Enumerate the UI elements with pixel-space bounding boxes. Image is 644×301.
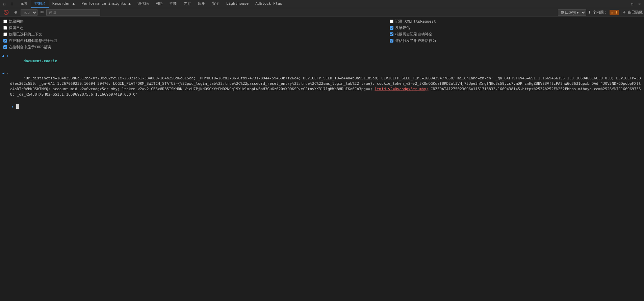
console-cookie-value[interactable]: 'UM_distinctid=184b25Bd6c512ba-0f20ec82f… xyxy=(10,70,644,103)
cookie-label: document.cookie xyxy=(24,59,57,63)
autocomplete-checkbox[interactable] xyxy=(390,32,393,36)
top-nav-bar: ⬚ ☰ 元素 控制台 Recorder ▲ Performance insigh… xyxy=(0,0,644,8)
prompt-icon: › xyxy=(10,104,15,109)
user-activation-checkbox[interactable] xyxy=(390,39,393,43)
eager-eval-checkbox[interactable] xyxy=(390,26,393,30)
console-input-line: ◀ › document.cookie xyxy=(0,53,644,70)
autocomplete-checkbox-row[interactable]: 根据历史记录自动补全 xyxy=(390,32,641,37)
settings-left-column: 隐藏网络 保留日志 仅限已选择的上下文 在控制台对相似消息进行分组 在控制台中显… xyxy=(3,19,255,50)
issues-label: 1 个问题： xyxy=(588,10,608,15)
settings-panel: 隐藏网络 保留日志 仅限已选择的上下文 在控制台对相似消息进行分组 在控制台中显… xyxy=(0,17,644,52)
console-input-icon: › xyxy=(5,53,10,59)
nav-right-icons: ⬚ ⚙ xyxy=(629,1,643,7)
console-cursor-line[interactable]: › xyxy=(0,103,644,109)
output-arrow[interactable]: ◀ xyxy=(0,70,5,76)
tab-lighthouse[interactable]: Lighthouse xyxy=(223,0,252,8)
text-cursor xyxy=(16,104,19,109)
context-selector[interactable]: top xyxy=(21,9,37,16)
preserve-log-checkbox-row[interactable]: 保留日志 xyxy=(3,25,255,30)
console-toolbar: 🚫 ⊕ top 👁 默认级别 ▾ 1 个问题： ⚠ 1 4 条已隐藏 xyxy=(0,8,644,17)
inspect-icon[interactable]: ⬚ xyxy=(1,1,7,7)
filter-input[interactable] xyxy=(46,9,100,16)
tab-sources[interactable]: 源代码 xyxy=(134,0,152,8)
settings-gear-icon[interactable]: ⚙ xyxy=(637,1,643,7)
group-similar-checkbox-row[interactable]: 在控制台对相似消息进行分组 xyxy=(3,38,255,43)
tab-adblock[interactable]: Adblock Plus xyxy=(252,0,285,8)
panel-layout-icon[interactable]: ⬚ xyxy=(629,1,635,7)
device-icon[interactable]: ☰ xyxy=(9,1,15,7)
selected-context-checkbox[interactable] xyxy=(3,32,7,36)
user-activation-checkbox-row[interactable]: 评估触发了用户激活行为 xyxy=(390,38,641,43)
filter-toggle-button[interactable]: ⊕ xyxy=(12,9,19,16)
tab-performance[interactable]: 性能 xyxy=(166,0,180,8)
console-output-line: ◀ ‹ 'UM_distinctid=184b25Bd6c512ba-0f20e… xyxy=(0,70,644,103)
cors-errors-checkbox-row[interactable]: 在控制台中显示CORS错误 xyxy=(3,45,255,50)
eager-eval-checkbox-row[interactable]: 及早评估 xyxy=(390,25,641,30)
console-output-area: ◀ › document.cookie ◀ ‹ 'UM_distinctid=1… xyxy=(0,52,644,301)
settings-right-column: 记录 XMLHttpRequest 及早评估 根据历史记录自动补全 评估触发了用… xyxy=(255,19,641,50)
log-xhr-checkbox-row[interactable]: 记录 XMLHttpRequest xyxy=(390,19,641,24)
console-input-content: document.cookie xyxy=(10,53,644,69)
tab-recorder[interactable]: Recorder ▲ xyxy=(49,0,78,8)
hide-network-checkbox[interactable] xyxy=(3,20,7,23)
preserve-log-checkbox[interactable] xyxy=(3,26,7,30)
hidden-count: 4 条已隐藏 xyxy=(623,10,643,15)
log-xhr-checkbox[interactable] xyxy=(390,20,393,23)
expand-arrow[interactable]: ◀ xyxy=(0,53,5,59)
clear-console-button[interactable]: 🚫 xyxy=(1,9,11,16)
eye-icon[interactable]: 👁 xyxy=(39,9,45,16)
issues-badge[interactable]: ⚠ 1 xyxy=(610,10,619,15)
tab-network[interactable]: 网络 xyxy=(152,0,166,8)
cookie-value-text: 'UM_distinctid=184b25Bd6c512ba-0f20ec82f… xyxy=(10,76,641,97)
selected-context-checkbox-row[interactable]: 仅限已选择的上下文 xyxy=(3,32,255,37)
tab-console[interactable]: 控制台 xyxy=(31,0,49,8)
tab-performance-insights[interactable]: Performance insights ▲ xyxy=(78,0,134,8)
cors-errors-checkbox[interactable] xyxy=(3,45,7,49)
output-icon: ‹ xyxy=(5,70,10,76)
tab-memory[interactable]: 内存 xyxy=(180,0,195,8)
tab-security[interactable]: 安全 xyxy=(209,0,223,8)
log-level-selector[interactable]: 默认级别 ▾ xyxy=(558,9,586,16)
toolbar-separator xyxy=(621,10,621,15)
group-similar-checkbox[interactable] xyxy=(3,39,7,43)
toolbar-right-section: 默认级别 ▾ 1 个问题： ⚠ 1 4 条已隐藏 xyxy=(558,9,643,16)
hide-network-checkbox-row[interactable]: 隐藏网络 xyxy=(3,19,255,24)
tab-application[interactable]: 应用 xyxy=(195,0,209,8)
nav-icon-group: ⬚ ☰ xyxy=(1,1,15,7)
tab-elements[interactable]: 元素 xyxy=(17,0,31,8)
